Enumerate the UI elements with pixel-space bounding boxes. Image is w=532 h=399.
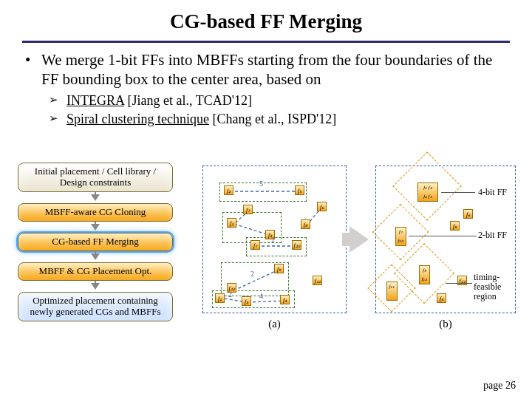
legend-leader xyxy=(409,236,477,236)
ff-node: f₃ xyxy=(242,296,251,306)
edge-weight: 2 xyxy=(228,290,232,299)
slide-title: CG-based FF Merging xyxy=(0,0,532,39)
sub2-lead: Spiral clustering technique xyxy=(66,112,209,126)
diagram-panel-a: f₂ f₅ f₇ f₈ f₆ f₁ f₃ f₇ f₁₀ f₉ f₁₂ f₁₁ f… xyxy=(202,166,347,313)
ff-node: f₄ xyxy=(437,293,446,303)
arrow-down-icon xyxy=(91,194,100,201)
panel-a-label: (a) xyxy=(268,318,281,330)
edge-weight: 2 xyxy=(271,236,275,244)
bullet-main: We merge 1-bit FFs into MBFFs starting f… xyxy=(41,50,510,89)
ff-node: f₄ xyxy=(280,295,290,304)
ff-node: f₁ xyxy=(227,218,236,228)
flow-step-2: MBFF-aware CG Cloning xyxy=(18,203,173,222)
ff-node: f₉ xyxy=(274,264,284,273)
arrow-right-icon xyxy=(349,226,369,253)
sub1-lead: INTEGRA xyxy=(66,93,124,108)
flow-step-3: CG-based FF Merging xyxy=(18,233,173,251)
title-rule xyxy=(22,41,510,43)
flowchart: Initial placement / Cell library / Desig… xyxy=(10,163,180,321)
figure-area: Initial placement / Cell library / Desig… xyxy=(10,161,522,353)
diagram-panel-b: f₁ f₃f₂ f₅ f₇f₁₀ f₉f₁₂ f₁₁ f₆ f₈ f₁₁ f₄ … xyxy=(375,166,516,313)
arrow-down-icon xyxy=(91,253,100,260)
arrow-down-icon xyxy=(91,224,100,231)
legend-leader xyxy=(446,283,472,284)
ff-node: f₁₁ xyxy=(313,276,322,285)
page-number: page 26 xyxy=(483,380,516,392)
legend-region: timing-feasible region xyxy=(474,273,515,302)
edge-weight: 4 xyxy=(259,292,263,300)
mbff-4bit: f₁ f₃f₂ f₅ xyxy=(417,183,438,202)
ff-node: f₈ xyxy=(450,221,460,231)
ff-node: f₆ xyxy=(463,209,473,219)
flow-step-5: Optimized placement containing newly gen… xyxy=(18,292,173,321)
ff-node: f₁₁ xyxy=(457,276,467,285)
legend-leader xyxy=(441,192,475,193)
ff-node: f₈ xyxy=(301,219,310,229)
legend-2bit: 2-bit FF xyxy=(478,230,507,241)
flow-step-1: Initial placement / Cell library / Desig… xyxy=(18,163,173,192)
flow-step-4: MBFF & CG Placement Opt. xyxy=(18,262,173,281)
edge-weight: 2 xyxy=(250,270,254,278)
bullet-sub-1: INTEGRA [Jiang et al., TCAD'12] xyxy=(66,92,510,109)
ff-node: f₂ xyxy=(224,185,233,195)
ff-node: f₇ xyxy=(250,240,260,250)
arrow-down-icon xyxy=(91,283,100,290)
legend-4bit: 4-bit FF xyxy=(478,187,507,198)
mbff-2bit: f₇f₁₀ xyxy=(395,227,406,246)
mbff-2bit: f₁₁ xyxy=(386,282,398,301)
ff-node: f₇ xyxy=(243,205,253,214)
bullet-sub-2: Spiral clustering technique [Chang et al… xyxy=(66,111,510,128)
sub1-rest: [Jiang et al., TCAD'12] xyxy=(124,93,252,108)
mbff-2bit: f₉f₁₂ xyxy=(419,265,430,284)
panel-b-label: (b) xyxy=(439,318,452,330)
ff-node: f₁₀ xyxy=(292,240,301,250)
sub2-rest: [Chang et al., ISPD'12] xyxy=(209,112,336,126)
ff-node: f₁ xyxy=(215,293,225,303)
edge-weight: 5 xyxy=(259,180,263,188)
ff-node: f₅ xyxy=(295,185,304,195)
ff-node: f₆ xyxy=(317,202,327,211)
